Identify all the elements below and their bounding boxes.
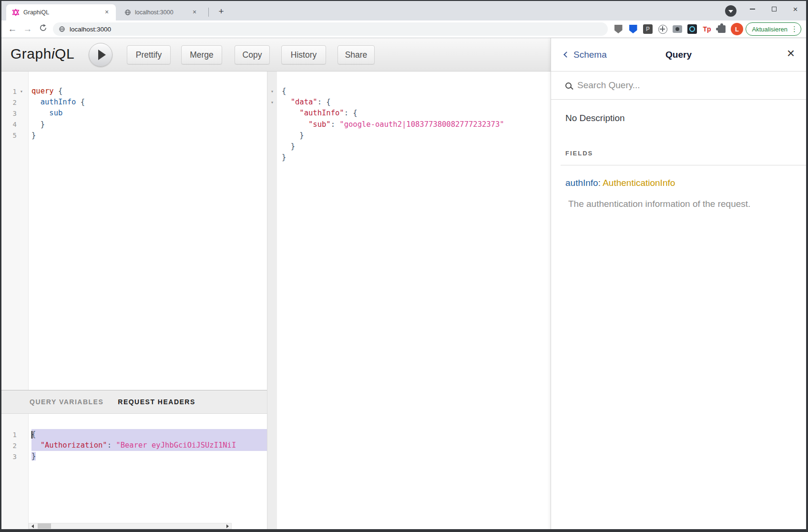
globe-icon: [124, 9, 131, 16]
code-token: "google-oauth2|108377380082777232373": [339, 120, 504, 129]
code-token: [31, 109, 49, 117]
gutter-row: ▾: [267, 86, 277, 97]
kebab-menu-icon[interactable]: ⋮: [791, 25, 798, 33]
react-devtools-extension-icon[interactable]: [686, 23, 698, 35]
crosshair-extension-icon[interactable]: [657, 23, 668, 35]
code-token: {: [31, 430, 36, 439]
prettify-button[interactable]: Prettify: [127, 45, 171, 64]
gutter-row: 2: [1, 97, 28, 108]
horizontal-scrollbar[interactable]: [29, 523, 232, 529]
browser-window: GraphiQL × localhost:3000 × + × ← →: [1, 1, 806, 529]
forward-button[interactable]: →: [20, 22, 35, 36]
query-editor-gutter: 1▾2345: [1, 72, 29, 390]
tab-request-headers[interactable]: REQUEST HEADERS: [118, 398, 195, 406]
field-type-link[interactable]: AuthenticationInfo: [603, 178, 675, 188]
tab-title: GraphiQL: [23, 9, 102, 16]
code-token: authInfo: [41, 98, 76, 106]
request-headers-editor[interactable]: 123 { "Authorization": "Bearer eyJhbGciO…: [1, 414, 267, 529]
code-token: [31, 98, 41, 106]
scroll-left-button[interactable]: [29, 523, 36, 529]
line-number: 1: [1, 431, 17, 439]
doc-explorer-header: Schema Query ×: [551, 38, 806, 72]
code-line: authInfo {: [31, 97, 267, 108]
doc-search-input[interactable]: [577, 80, 777, 91]
code-line: {: [31, 429, 267, 440]
code-line: query {: [31, 86, 267, 97]
gutter-row: [267, 141, 277, 152]
gutter-row: 3: [1, 108, 28, 119]
doc-search-bar: [551, 72, 806, 100]
new-tab-button[interactable]: +: [215, 5, 228, 19]
result-code: { "data": { "authInfo": { "sub": "google…: [277, 72, 551, 529]
maximize-button[interactable]: [763, 1, 785, 17]
tab-query-variables[interactable]: QUERY VARIABLES: [30, 398, 103, 406]
scroll-right-button[interactable]: [224, 523, 231, 529]
code-line: "authInfo": {: [282, 108, 551, 119]
history-button[interactable]: History: [281, 45, 326, 64]
scrollbar-thumb[interactable]: [38, 523, 51, 529]
tab-title: localhost:3000: [135, 9, 190, 16]
puzzle-icon: [718, 25, 726, 33]
code-token: [282, 109, 299, 117]
code-line: }: [31, 451, 267, 462]
tab-graphiql[interactable]: GraphiQL ×: [6, 4, 116, 20]
field-name-link[interactable]: authInfo: [565, 178, 598, 188]
arrow-left-icon: [31, 524, 34, 528]
tab-separator: [208, 8, 209, 17]
url-text: localhost:3000: [70, 26, 111, 33]
query-editor[interactable]: 1▾2345 query { authInfo { sub }}: [1, 72, 267, 390]
reload-button[interactable]: [36, 22, 50, 36]
headers-editor-gutter: 123: [1, 414, 29, 529]
tab-close-icon[interactable]: ×: [102, 8, 111, 17]
query-editor-code: query { authInfo { sub }}: [29, 72, 267, 390]
tp-extension-icon[interactable]: Tp: [701, 23, 713, 35]
code-token: "sub": [308, 120, 331, 129]
code-line: }: [282, 141, 551, 152]
graphiql-logo: GraphiQL: [10, 46, 74, 62]
code-token: }: [282, 153, 286, 162]
code-token: sub: [49, 109, 62, 117]
headers-editor-code: { "Authorization": "Bearer eyJhbGciOiJSU…: [29, 414, 267, 529]
close-window-button[interactable]: ×: [785, 1, 806, 17]
tab-localhost[interactable]: localhost:3000 ×: [119, 4, 204, 20]
code-line: }: [31, 119, 267, 130]
share-button[interactable]: Share: [338, 45, 375, 64]
maximize-icon: [772, 7, 777, 11]
code-line: }: [31, 130, 267, 141]
chrome-update-button[interactable]: Aktualisieren ⋮: [746, 22, 801, 36]
bitwarden-extension-icon[interactable]: [627, 23, 639, 35]
search-icon: [565, 82, 572, 89]
result-pane[interactable]: ▾▾ { "data": { "authInfo": { "sub": "goo…: [267, 72, 551, 529]
code-token: [282, 120, 308, 129]
line-number: 4: [1, 121, 17, 128]
code-line: {: [282, 86, 551, 97]
profile-avatar[interactable]: L: [731, 23, 743, 35]
minimize-button[interactable]: [742, 1, 763, 17]
fold-toggle-icon[interactable]: ▾: [267, 89, 277, 94]
no-description-text: No Description: [565, 113, 806, 123]
line-number: 3: [1, 110, 17, 117]
close-icon: ×: [793, 5, 798, 13]
fold-toggle-icon[interactable]: ▾: [17, 89, 26, 94]
code-token: : {: [344, 109, 358, 117]
doc-close-button[interactable]: ×: [787, 47, 795, 60]
tab-close-icon[interactable]: ×: [190, 8, 199, 17]
graphql-logo-icon: [12, 9, 20, 16]
p-extension-icon[interactable]: P: [642, 23, 654, 35]
copy-button[interactable]: Copy: [235, 45, 270, 64]
field-description: The authentication information of the re…: [568, 199, 806, 209]
ublock-extension-icon[interactable]: [613, 23, 624, 35]
fold-toggle-icon[interactable]: ▾: [267, 100, 277, 105]
merge-button[interactable]: Merge: [181, 45, 222, 64]
camera-extension-icon[interactable]: [672, 23, 683, 35]
extensions-puzzle-icon[interactable]: [716, 23, 727, 35]
tab-search-button[interactable]: [725, 5, 736, 17]
execute-button[interactable]: [89, 43, 113, 67]
back-button[interactable]: ←: [5, 22, 20, 36]
field-row: authInfo: AuthenticationInfo: [565, 178, 806, 188]
code-token: }: [31, 131, 36, 140]
code-token: query: [31, 87, 54, 95]
url-bar[interactable]: localhost:3000: [53, 22, 608, 36]
globe-icon: [59, 26, 65, 32]
gutter-row: 1▾: [1, 86, 28, 97]
